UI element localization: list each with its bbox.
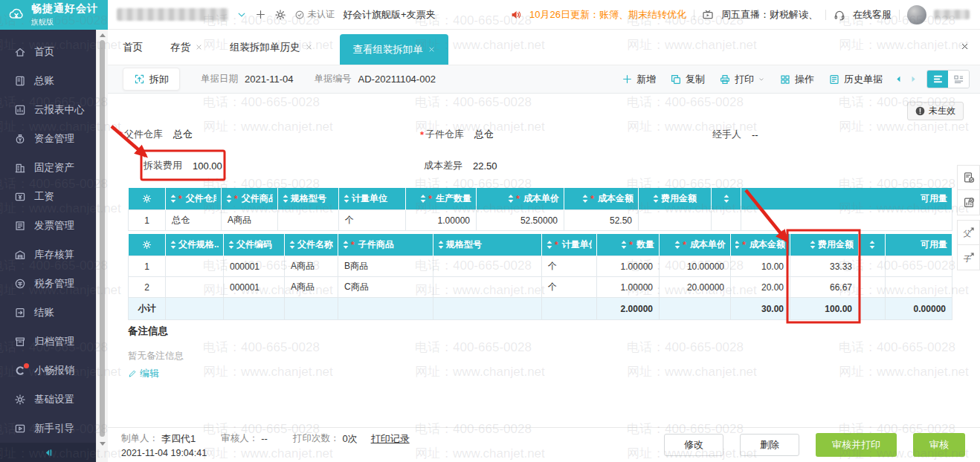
- next-record-icon[interactable]: [909, 75, 918, 83]
- column-settings-button[interactable]: [129, 188, 166, 210]
- table-row[interactable]: 1000001A商品B商品个1.0000010.0000010.0033.33: [129, 256, 952, 277]
- creator-label: 制单人：: [121, 432, 158, 445]
- live-video-icon[interactable]: [702, 9, 714, 21]
- operate-button[interactable]: 操作: [779, 73, 814, 86]
- close-icon[interactable]: [306, 44, 312, 51]
- col-header-8[interactable]: *成本单价: [660, 234, 731, 256]
- tab-1[interactable]: 存货: [170, 30, 202, 65]
- scroll-thumb[interactable]: [100, 40, 105, 437]
- col-header-7[interactable]: *成本金额: [564, 188, 639, 210]
- modify-button[interactable]: 修改: [664, 434, 723, 456]
- col-header-4[interactable]: *子件商品: [338, 234, 433, 256]
- sidebar-collapse-button[interactable]: [0, 443, 96, 462]
- col-label: 成本金额: [749, 238, 785, 251]
- prev-record-icon[interactable]: [894, 75, 903, 83]
- username-redacted[interactable]: [934, 10, 970, 19]
- avatar[interactable]: [907, 5, 926, 25]
- col-header-10[interactable]: 费用金额: [790, 234, 859, 256]
- list-view-button[interactable]: [927, 71, 948, 88]
- col-header-6[interactable]: *计量单位: [542, 234, 597, 256]
- col-header-1[interactable]: 父件规格...: [166, 234, 224, 256]
- company-name-redacted[interactable]: [117, 8, 228, 21]
- warning-icon: [915, 106, 925, 116]
- col-header-1[interactable]: *父件仓库: [166, 188, 222, 210]
- sidebar-item-2[interactable]: 云报表中心: [0, 95, 96, 124]
- audit-button[interactable]: 审核: [913, 433, 965, 457]
- col-label: 父件仓库: [186, 192, 216, 205]
- col-header-3[interactable]: 规格型号: [278, 188, 339, 210]
- sidebar-item-7[interactable]: 库存核算: [0, 240, 96, 269]
- col-header-2[interactable]: *父件商品: [222, 188, 278, 210]
- tab-0[interactable]: 首页: [123, 30, 143, 65]
- field-value[interactable]: --: [752, 129, 758, 140]
- close-icon[interactable]: [428, 46, 435, 53]
- col-header-12[interactable]: 可用量: [886, 234, 952, 256]
- plus-icon[interactable]: [255, 9, 266, 20]
- scroll-down-arrow[interactable]: [100, 442, 106, 446]
- cell: [433, 277, 542, 298]
- sidebar-item-9[interactable]: 结账: [0, 298, 96, 327]
- sidebar-item-8[interactable]: 税务管理: [0, 269, 96, 298]
- col-header-9[interactable]: *成本金额: [731, 234, 790, 256]
- sidebar-item-4[interactable]: 固定资产: [0, 153, 96, 182]
- history-button[interactable]: 历史单据: [828, 73, 883, 86]
- sidebar-item-10[interactable]: 归档管理: [0, 327, 96, 356]
- tab-3[interactable]: 查看组装拆卸单: [340, 34, 449, 65]
- auth-icon: [294, 10, 305, 20]
- col-header-2[interactable]: 父件编码: [224, 234, 285, 256]
- sort-icon: [344, 195, 349, 203]
- col-header-6[interactable]: *成本单价: [477, 188, 564, 210]
- sidebar-item-1[interactable]: 总账: [0, 66, 96, 95]
- field-value[interactable]: 100.00: [193, 160, 222, 172]
- sidebar-item-13[interactable]: 新手引导: [0, 414, 96, 443]
- cell: [278, 210, 339, 231]
- col-header-8[interactable]: 费用金额: [639, 188, 712, 210]
- close-icon[interactable]: [196, 44, 202, 51]
- table-row[interactable]: 1总仓A商品个1.0000052.5000052.50: [129, 210, 952, 231]
- remark-edit-link[interactable]: 编辑: [128, 367, 159, 380]
- col-header-10[interactable]: 可用量: [741, 188, 952, 210]
- col-header-7[interactable]: *数量: [597, 234, 660, 256]
- sidebar-item-0[interactable]: 首页: [0, 37, 96, 66]
- field-value[interactable]: 总仓: [474, 128, 494, 141]
- report-check-button[interactable]: [957, 190, 980, 215]
- field-value[interactable]: 总仓: [173, 128, 193, 141]
- expand-parent-button[interactable]: 父: [957, 220, 980, 245]
- table-row[interactable]: 2000001A商品C商品个1.0000020.0000020.0066.67: [129, 277, 952, 298]
- auth-status[interactable]: 未认证: [294, 8, 335, 21]
- col-header-11[interactable]: [859, 234, 886, 256]
- sidebar-item-5[interactable]: 工资: [0, 182, 96, 211]
- live-label[interactable]: 周五直播：财税解读、: [721, 8, 818, 22]
- online-service[interactable]: 在线客服: [853, 8, 892, 22]
- sidebar-item-label: 云报表中心: [34, 103, 85, 117]
- tab-2[interactable]: 组装拆卸单历史: [230, 30, 312, 65]
- expand-child-button[interactable]: 子: [957, 245, 980, 270]
- col-header-4[interactable]: 计量单位: [339, 188, 406, 210]
- doc-type-chip[interactable]: 拆卸: [123, 68, 180, 91]
- audit-print-button[interactable]: 审核并打印: [816, 433, 897, 457]
- print-log-link[interactable]: 打印记录: [371, 432, 410, 446]
- sidebar-item-3[interactable]: 资金管理: [0, 124, 96, 153]
- col-header-3[interactable]: 父件名称: [285, 234, 338, 256]
- delete-button[interactable]: 删除: [740, 434, 799, 456]
- add-button[interactable]: 新增: [622, 73, 656, 86]
- column-settings-button[interactable]: [129, 234, 166, 256]
- print-button[interactable]: 打印: [719, 73, 765, 86]
- scroll-up-arrow[interactable]: [100, 33, 106, 37]
- sidebar-item-6[interactable]: 发票管理: [0, 211, 96, 240]
- action-label: 打印: [735, 73, 754, 86]
- col-header-5[interactable]: *生产数量: [406, 188, 477, 210]
- field-value[interactable]: 22.50: [473, 160, 497, 172]
- chevron-down-icon[interactable]: [236, 10, 247, 20]
- close-icon[interactable]: [961, 42, 969, 51]
- copy-button[interactable]: 复制: [670, 73, 705, 86]
- update-notice[interactable]: 10月26日更新：账簿、期末结转优化: [529, 8, 686, 22]
- sidebar-scrollbar[interactable]: [96, 30, 108, 462]
- sidebar-item-12[interactable]: 基础设置: [0, 385, 96, 414]
- gear-icon[interactable]: [274, 9, 286, 21]
- sidebar-item-11[interactable]: 小畅报销: [0, 356, 96, 385]
- col-header-5[interactable]: 规格型号: [433, 234, 542, 256]
- doc-status-button[interactable]: [957, 165, 980, 190]
- card-view-button[interactable]: [948, 71, 969, 88]
- col-header-9[interactable]: [712, 188, 741, 210]
